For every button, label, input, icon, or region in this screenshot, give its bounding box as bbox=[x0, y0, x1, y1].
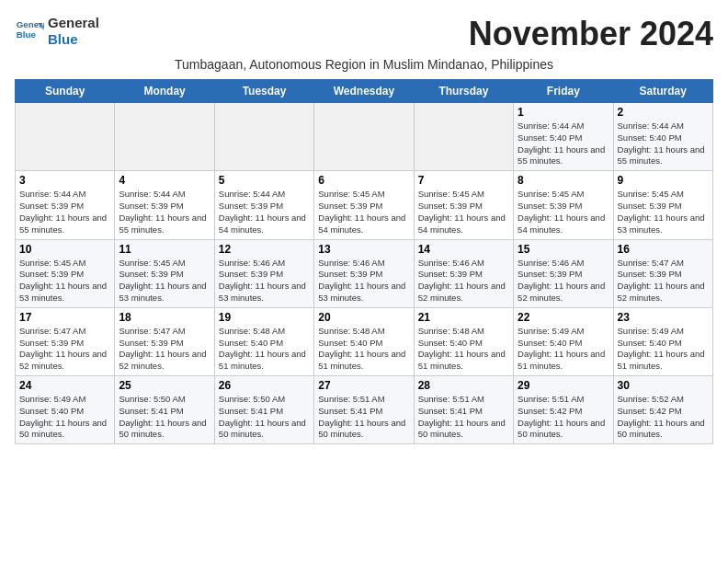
calendar-cell: 12Sunrise: 5:46 AM Sunset: 5:39 PM Dayli… bbox=[214, 239, 313, 307]
day-detail: Sunrise: 5:45 AM Sunset: 5:39 PM Dayligh… bbox=[418, 189, 509, 236]
calendar-cell bbox=[16, 103, 115, 171]
calendar-week-4: 24Sunrise: 5:49 AM Sunset: 5:40 PM Dayli… bbox=[16, 376, 713, 444]
day-number: 1 bbox=[518, 106, 609, 119]
calendar-header-row: SundayMondayTuesdayWednesdayThursdayFrid… bbox=[16, 80, 713, 103]
calendar-cell: 27Sunrise: 5:51 AM Sunset: 5:41 PM Dayli… bbox=[314, 376, 414, 444]
calendar-cell: 6Sunrise: 5:45 AM Sunset: 5:39 PM Daylig… bbox=[314, 171, 414, 239]
day-number: 6 bbox=[318, 174, 409, 187]
day-detail: Sunrise: 5:48 AM Sunset: 5:40 PM Dayligh… bbox=[318, 326, 409, 373]
day-detail: Sunrise: 5:45 AM Sunset: 5:39 PM Dayligh… bbox=[618, 189, 709, 236]
calendar-cell bbox=[214, 103, 313, 171]
calendar-cell bbox=[115, 103, 214, 171]
day-number: 15 bbox=[518, 243, 609, 256]
day-detail: Sunrise: 5:45 AM Sunset: 5:39 PM Dayligh… bbox=[119, 258, 210, 304]
day-detail: Sunrise: 5:51 AM Sunset: 5:41 PM Dayligh… bbox=[318, 394, 409, 441]
day-detail: Sunrise: 5:45 AM Sunset: 5:39 PM Dayligh… bbox=[518, 189, 609, 236]
day-number: 28 bbox=[418, 379, 509, 392]
day-detail: Sunrise: 5:48 AM Sunset: 5:40 PM Dayligh… bbox=[418, 326, 509, 373]
day-detail: Sunrise: 5:49 AM Sunset: 5:40 PM Dayligh… bbox=[618, 326, 709, 373]
day-detail: Sunrise: 5:50 AM Sunset: 5:41 PM Dayligh… bbox=[119, 394, 210, 441]
calendar-cell: 28Sunrise: 5:51 AM Sunset: 5:41 PM Dayli… bbox=[414, 376, 513, 444]
day-detail: Sunrise: 5:49 AM Sunset: 5:40 PM Dayligh… bbox=[518, 326, 609, 373]
day-number: 30 bbox=[618, 379, 709, 392]
calendar-cell: 13Sunrise: 5:46 AM Sunset: 5:39 PM Dayli… bbox=[314, 239, 414, 307]
svg-text:Blue: Blue bbox=[17, 29, 37, 40]
day-number: 24 bbox=[19, 379, 110, 392]
calendar-cell: 8Sunrise: 5:45 AM Sunset: 5:39 PM Daylig… bbox=[514, 171, 613, 239]
day-number: 22 bbox=[518, 311, 609, 324]
day-number: 18 bbox=[119, 311, 210, 324]
calendar-cell: 10Sunrise: 5:45 AM Sunset: 5:39 PM Dayli… bbox=[16, 239, 115, 307]
day-number: 14 bbox=[418, 243, 509, 256]
calendar-week-3: 17Sunrise: 5:47 AM Sunset: 5:39 PM Dayli… bbox=[16, 307, 713, 375]
col-header-wednesday: Wednesday bbox=[314, 80, 414, 103]
day-number: 29 bbox=[518, 379, 609, 392]
day-number: 5 bbox=[219, 174, 310, 187]
logo-text: General Blue bbox=[48, 15, 99, 48]
day-detail: Sunrise: 5:48 AM Sunset: 5:40 PM Dayligh… bbox=[219, 326, 310, 373]
day-number: 20 bbox=[318, 311, 409, 324]
day-detail: Sunrise: 5:46 AM Sunset: 5:39 PM Dayligh… bbox=[418, 258, 509, 304]
calendar-week-1: 3Sunrise: 5:44 AM Sunset: 5:39 PM Daylig… bbox=[16, 171, 713, 239]
calendar-cell: 16Sunrise: 5:47 AM Sunset: 5:39 PM Dayli… bbox=[613, 239, 712, 307]
calendar-cell: 1Sunrise: 5:44 AM Sunset: 5:40 PM Daylig… bbox=[514, 103, 613, 171]
calendar-cell: 25Sunrise: 5:50 AM Sunset: 5:41 PM Dayli… bbox=[115, 376, 214, 444]
calendar-cell: 26Sunrise: 5:50 AM Sunset: 5:41 PM Dayli… bbox=[214, 376, 313, 444]
day-number: 23 bbox=[618, 311, 709, 324]
day-detail: Sunrise: 5:49 AM Sunset: 5:40 PM Dayligh… bbox=[19, 394, 110, 441]
day-detail: Sunrise: 5:51 AM Sunset: 5:42 PM Dayligh… bbox=[518, 394, 609, 441]
calendar-cell: 14Sunrise: 5:46 AM Sunset: 5:39 PM Dayli… bbox=[414, 239, 513, 307]
day-number: 26 bbox=[219, 379, 310, 392]
day-detail: Sunrise: 5:44 AM Sunset: 5:40 PM Dayligh… bbox=[618, 121, 709, 167]
month-title: November 2024 bbox=[469, 15, 713, 53]
day-number: 11 bbox=[119, 243, 210, 256]
day-number: 8 bbox=[518, 174, 609, 187]
day-detail: Sunrise: 5:47 AM Sunset: 5:39 PM Dayligh… bbox=[19, 326, 110, 373]
day-detail: Sunrise: 5:44 AM Sunset: 5:39 PM Dayligh… bbox=[219, 189, 310, 236]
day-detail: Sunrise: 5:52 AM Sunset: 5:42 PM Dayligh… bbox=[618, 394, 709, 441]
calendar-cell: 29Sunrise: 5:51 AM Sunset: 5:42 PM Dayli… bbox=[514, 376, 613, 444]
day-number: 2 bbox=[618, 106, 709, 119]
calendar-cell: 9Sunrise: 5:45 AM Sunset: 5:39 PM Daylig… bbox=[613, 171, 712, 239]
day-number: 16 bbox=[618, 243, 709, 256]
day-detail: Sunrise: 5:51 AM Sunset: 5:41 PM Dayligh… bbox=[418, 394, 509, 441]
day-detail: Sunrise: 5:44 AM Sunset: 5:39 PM Dayligh… bbox=[119, 189, 210, 236]
calendar-cell: 20Sunrise: 5:48 AM Sunset: 5:40 PM Dayli… bbox=[314, 307, 414, 375]
col-header-sunday: Sunday bbox=[16, 80, 115, 103]
col-header-friday: Friday bbox=[514, 80, 613, 103]
calendar-cell bbox=[314, 103, 414, 171]
calendar-cell: 19Sunrise: 5:48 AM Sunset: 5:40 PM Dayli… bbox=[214, 307, 313, 375]
day-number: 13 bbox=[318, 243, 409, 256]
calendar-cell: 3Sunrise: 5:44 AM Sunset: 5:39 PM Daylig… bbox=[16, 171, 115, 239]
day-number: 21 bbox=[418, 311, 509, 324]
col-header-tuesday: Tuesday bbox=[214, 80, 313, 103]
day-detail: Sunrise: 5:47 AM Sunset: 5:39 PM Dayligh… bbox=[119, 326, 210, 373]
day-detail: Sunrise: 5:46 AM Sunset: 5:39 PM Dayligh… bbox=[219, 258, 310, 304]
calendar-cell: 22Sunrise: 5:49 AM Sunset: 5:40 PM Dayli… bbox=[514, 307, 613, 375]
calendar-body: 1Sunrise: 5:44 AM Sunset: 5:40 PM Daylig… bbox=[16, 103, 713, 444]
day-number: 25 bbox=[119, 379, 210, 392]
calendar-cell: 17Sunrise: 5:47 AM Sunset: 5:39 PM Dayli… bbox=[16, 307, 115, 375]
day-detail: Sunrise: 5:44 AM Sunset: 5:39 PM Dayligh… bbox=[19, 189, 110, 236]
calendar-cell: 2Sunrise: 5:44 AM Sunset: 5:40 PM Daylig… bbox=[613, 103, 712, 171]
day-detail: Sunrise: 5:47 AM Sunset: 5:39 PM Dayligh… bbox=[618, 258, 709, 304]
calendar-cell: 11Sunrise: 5:45 AM Sunset: 5:39 PM Dayli… bbox=[115, 239, 214, 307]
day-number: 3 bbox=[19, 174, 110, 187]
col-header-saturday: Saturday bbox=[613, 80, 712, 103]
day-detail: Sunrise: 5:50 AM Sunset: 5:41 PM Dayligh… bbox=[219, 394, 310, 441]
calendar-cell: 7Sunrise: 5:45 AM Sunset: 5:39 PM Daylig… bbox=[414, 171, 513, 239]
day-detail: Sunrise: 5:45 AM Sunset: 5:39 PM Dayligh… bbox=[318, 189, 409, 236]
calendar-cell: 18Sunrise: 5:47 AM Sunset: 5:39 PM Dayli… bbox=[115, 307, 214, 375]
day-number: 9 bbox=[618, 174, 709, 187]
day-detail: Sunrise: 5:46 AM Sunset: 5:39 PM Dayligh… bbox=[318, 258, 409, 304]
calendar-cell: 15Sunrise: 5:46 AM Sunset: 5:39 PM Dayli… bbox=[514, 239, 613, 307]
day-number: 17 bbox=[19, 311, 110, 324]
day-detail: Sunrise: 5:44 AM Sunset: 5:40 PM Dayligh… bbox=[518, 121, 609, 167]
calendar-week-0: 1Sunrise: 5:44 AM Sunset: 5:40 PM Daylig… bbox=[16, 103, 713, 171]
calendar-cell: 21Sunrise: 5:48 AM Sunset: 5:40 PM Dayli… bbox=[414, 307, 513, 375]
day-number: 19 bbox=[219, 311, 310, 324]
header: General Blue General Blue November 2024 bbox=[15, 15, 713, 53]
logo: General Blue General Blue bbox=[15, 15, 99, 48]
day-detail: Sunrise: 5:46 AM Sunset: 5:39 PM Dayligh… bbox=[518, 258, 609, 304]
day-detail: Sunrise: 5:45 AM Sunset: 5:39 PM Dayligh… bbox=[19, 258, 110, 304]
